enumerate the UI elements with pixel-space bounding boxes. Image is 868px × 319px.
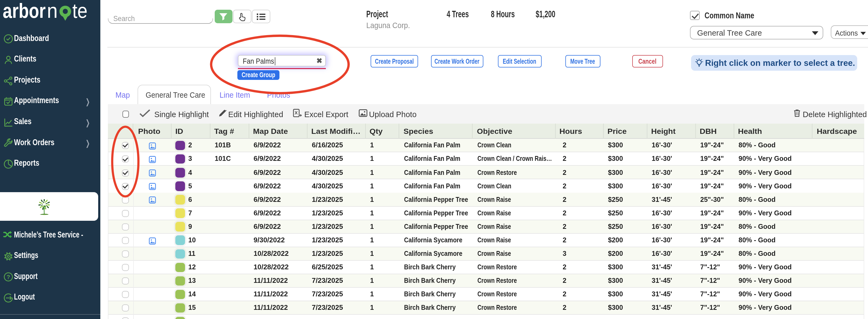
svg-text:X: X — [294, 111, 298, 116]
svg-text:?: ? — [6, 274, 10, 281]
